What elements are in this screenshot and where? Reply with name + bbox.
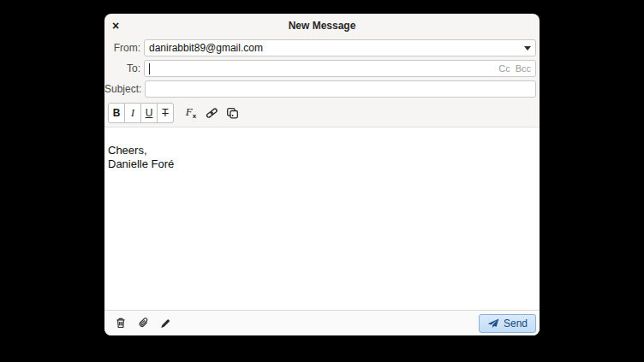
body-line: Cheers, bbox=[108, 144, 534, 157]
bold-button[interactable]: B bbox=[108, 103, 125, 123]
underline-button[interactable]: U bbox=[140, 103, 158, 123]
subject-label: Subject: bbox=[104, 83, 141, 95]
insert-image-button[interactable] bbox=[223, 104, 242, 122]
from-account-value: danirabbit89@gmail.com bbox=[149, 42, 263, 54]
image-icon bbox=[226, 107, 239, 119]
insert-link-button[interactable] bbox=[202, 104, 221, 122]
paper-plane-icon bbox=[487, 318, 499, 329]
message-body[interactable]: Cheers, Danielle Foré bbox=[104, 127, 540, 310]
remove-formatting-button[interactable]: Fx bbox=[182, 104, 200, 122]
discard-button[interactable] bbox=[111, 314, 130, 333]
titlebar: × New Message bbox=[104, 14, 540, 38]
to-input[interactable]: Cc Bcc bbox=[144, 60, 536, 77]
send-label: Send bbox=[504, 317, 528, 329]
attach-file-button[interactable] bbox=[134, 314, 152, 333]
to-label: To: bbox=[104, 62, 140, 74]
to-row: To: Cc Bcc bbox=[104, 60, 540, 77]
new-message-window: × New Message From: danirabbit89@gmail.c… bbox=[104, 14, 540, 335]
remove-formatting-icon: Fx bbox=[186, 106, 196, 120]
italic-button[interactable]: I bbox=[124, 103, 141, 123]
send-button[interactable]: Send bbox=[479, 314, 536, 333]
header-fields: From: danirabbit89@gmail.com To: Cc Bcc … bbox=[104, 38, 540, 101]
trash-icon bbox=[115, 317, 127, 329]
chevron-down-icon bbox=[524, 46, 531, 50]
strikethrough-button[interactable]: T bbox=[157, 103, 174, 123]
action-bar: Send bbox=[104, 310, 540, 335]
italic-icon: I bbox=[131, 107, 134, 120]
bcc-button[interactable]: Bcc bbox=[516, 63, 531, 74]
paperclip-icon bbox=[137, 317, 150, 329]
subject-row: Subject: bbox=[104, 80, 540, 98]
close-icon[interactable]: × bbox=[112, 20, 119, 32]
bold-icon: B bbox=[113, 107, 121, 119]
strikethrough-icon: T bbox=[162, 107, 168, 119]
from-account-dropdown[interactable]: danirabbit89@gmail.com bbox=[144, 39, 536, 56]
cc-button[interactable]: Cc bbox=[498, 63, 510, 74]
underline-icon: U bbox=[146, 107, 153, 119]
from-row: From: danirabbit89@gmail.com bbox=[104, 39, 540, 56]
pencil-icon bbox=[159, 317, 171, 329]
window-title: New Message bbox=[289, 20, 356, 32]
subject-input[interactable] bbox=[145, 80, 536, 98]
format-toolbar: B I U T Fx bbox=[108, 102, 536, 124]
text-cursor bbox=[149, 63, 150, 74]
text-style-group: B I U T bbox=[108, 103, 174, 123]
link-icon bbox=[205, 107, 219, 119]
edit-signature-button[interactable] bbox=[156, 314, 175, 333]
from-label: From: bbox=[104, 42, 140, 54]
body-line: Danielle Foré bbox=[108, 157, 534, 171]
